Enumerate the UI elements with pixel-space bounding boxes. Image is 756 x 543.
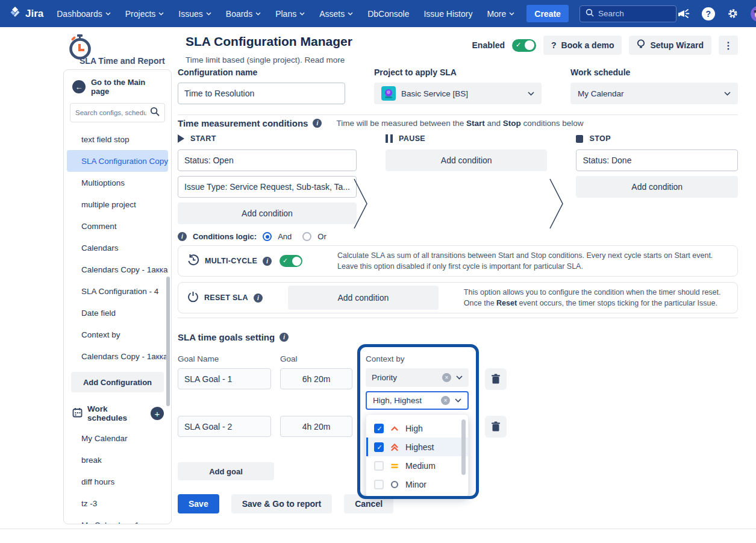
user-avatar[interactable]	[751, 6, 756, 22]
info-icon[interactable]: i	[313, 119, 322, 128]
checkbox-unchecked[interactable]	[374, 461, 384, 471]
pause-add-condition-button[interactable]: Add condition	[386, 149, 548, 171]
info-icon[interactable]: i	[263, 257, 272, 266]
schedule-item[interactable]: diff hours	[67, 471, 168, 492]
chevron-down-icon	[456, 375, 463, 380]
goal-name-input-2[interactable]	[178, 416, 271, 437]
checkbox-checked[interactable]	[374, 442, 384, 452]
nav-item-plans[interactable]: Plans	[275, 9, 305, 19]
stop-add-condition-button[interactable]: Add condition	[576, 176, 738, 198]
config-item[interactable]: multiple project	[67, 193, 168, 215]
footer-actions: Save Save & Go to report Cancel	[178, 494, 393, 513]
add-configuration-button[interactable]: Add Configuration	[71, 372, 164, 392]
power-icon	[187, 291, 199, 305]
start-condition[interactable]: Status: Open	[178, 149, 357, 171]
context-field-select[interactable]: Priority ×	[366, 368, 469, 387]
conditions-grid: START Status: Open Issue Type: Service R…	[178, 132, 738, 229]
more-options-kebab-button[interactable]: ⋮	[719, 36, 738, 55]
add-goal-button[interactable]: Add goal	[178, 462, 274, 480]
nav-item-projects[interactable]: Projects	[125, 9, 164, 19]
goal-name-column-label: Goal Name	[178, 354, 219, 363]
sidebar-search-input[interactable]	[75, 109, 146, 116]
clear-icon[interactable]: ×	[441, 396, 450, 405]
nav-item-boards[interactable]: Boards	[226, 9, 261, 19]
nav-item-assets[interactable]: Assets	[319, 9, 353, 19]
config-item[interactable]: Calendars	[67, 237, 168, 259]
save-go-report-button[interactable]: Save & Go to report	[231, 494, 332, 513]
book-demo-button[interactable]: ?Book a demo	[543, 36, 622, 55]
delete-goal-button-2[interactable]	[485, 416, 507, 438]
config-item[interactable]: Date field	[67, 302, 168, 324]
config-item-selected[interactable]: SLA Configuration Copy ...	[67, 150, 168, 172]
schedule-item[interactable]: My Calendar - 1	[67, 514, 168, 524]
nav-item-issue-history[interactable]: Issue History	[423, 9, 472, 19]
page-subtitle: Time limit based (single project). Read …	[186, 55, 345, 64]
logic-or-radio[interactable]	[302, 232, 311, 241]
enabled-toggle[interactable]: ✓	[512, 39, 536, 52]
setup-wizard-button[interactable]: Setup Wizard	[629, 36, 711, 55]
goal-value-input-1[interactable]	[280, 368, 352, 389]
nav-search-input[interactable]	[598, 9, 670, 18]
nav-item-dbconsole[interactable]: DbConsole	[367, 9, 409, 19]
read-more-link[interactable]: Read more	[305, 55, 345, 64]
nav-item-dashboards[interactable]: Dashboards	[57, 9, 111, 19]
add-schedule-button[interactable]: +	[151, 407, 164, 420]
info-icon[interactable]: i	[254, 293, 263, 303]
config-item[interactable]: Calendars Copy - 1акка ...	[67, 345, 168, 367]
schedule-item[interactable]: My Calendar	[67, 427, 168, 449]
nav-search[interactable]	[579, 5, 676, 22]
schedule-item[interactable]: break	[67, 449, 168, 471]
jira-logo-text: Jira	[25, 8, 43, 20]
config-item[interactable]: SLA Configuration - 4	[67, 280, 168, 302]
work-schedule-select[interactable]: My Calendar	[570, 83, 738, 104]
settings-gear-icon[interactable]	[726, 7, 740, 21]
reset-add-condition-button[interactable]: Add condition	[288, 286, 439, 310]
reset-sla-card: RESET SLA i Add condition This option al…	[178, 282, 738, 313]
config-item[interactable]: text field stop	[67, 128, 168, 150]
option-high[interactable]: High	[366, 419, 468, 438]
context-values-select[interactable]: High, Highest ×	[366, 391, 469, 410]
announcements-icon[interactable]	[676, 7, 691, 21]
create-button[interactable]: Create	[526, 5, 569, 22]
nav-item-issues[interactable]: Issues	[178, 9, 211, 19]
dropdown-scrollbar[interactable]	[461, 419, 466, 475]
config-item[interactable]: Multioptions	[67, 172, 168, 193]
option-minor[interactable]: Minor	[366, 475, 468, 494]
info-icon[interactable]: i	[178, 232, 187, 241]
config-list-scrollbar[interactable]	[166, 277, 170, 406]
jira-logo[interactable]: Jira	[8, 6, 43, 22]
priority-high-icon	[390, 424, 399, 433]
flow-chevron-icon	[352, 177, 369, 230]
checkbox-checked[interactable]	[374, 424, 384, 433]
nav-item-more[interactable]: More	[487, 9, 514, 19]
config-item[interactable]: Context by	[67, 324, 168, 345]
stop-column: STOP Status: Done Add condition	[576, 132, 738, 229]
go-to-main-page-button[interactable]: ← Go to the Main page	[64, 70, 171, 102]
priority-dropdown-panel: High Highest Medium Minor	[366, 414, 469, 497]
multi-cycle-toggle[interactable]: ✓	[280, 255, 302, 267]
goal-name-input-1[interactable]	[178, 368, 271, 389]
delete-goal-button-1[interactable]	[485, 368, 507, 390]
info-icon[interactable]: i	[280, 333, 289, 342]
option-medium[interactable]: Medium	[366, 456, 468, 475]
start-condition[interactable]: Issue Type: Service Request, Sub-task, T…	[178, 176, 357, 198]
checkbox-unchecked[interactable]	[374, 480, 384, 489]
chevron-down-icon	[724, 92, 731, 96]
project-select[interactable]: Basic Service [BS]	[374, 83, 542, 104]
schedule-item[interactable]: tz -3	[67, 492, 168, 514]
logic-and-radio[interactable]	[263, 232, 272, 241]
config-name-input[interactable]	[178, 83, 345, 104]
start-add-condition-button[interactable]: Add condition	[178, 202, 357, 224]
clear-icon[interactable]: ×	[442, 373, 451, 382]
sidebar-search[interactable]	[70, 103, 165, 122]
save-button[interactable]: Save	[178, 494, 219, 513]
help-icon[interactable]: ?	[701, 7, 716, 21]
pause-icon	[386, 134, 393, 143]
search-icon	[150, 107, 160, 119]
config-item[interactable]: Calendars Copy - 1акка	[67, 259, 168, 280]
goal-value-input-2[interactable]	[280, 416, 352, 437]
option-highest[interactable]: Highest	[366, 438, 468, 456]
stop-condition[interactable]: Status: Done	[576, 149, 738, 171]
config-item[interactable]: Comment	[67, 215, 168, 237]
trash-icon	[491, 421, 501, 432]
